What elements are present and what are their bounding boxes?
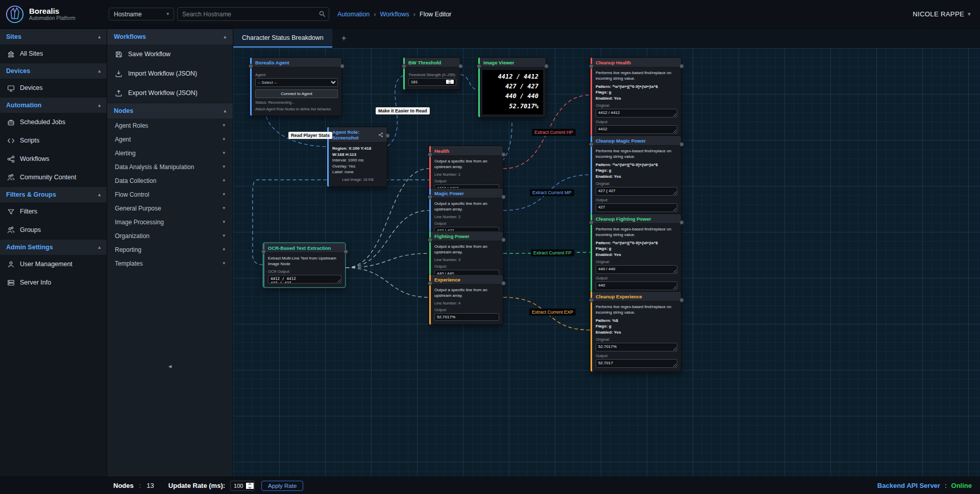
node-description: Performs live regex-based find/replace o… xyxy=(596,304,677,316)
original-field[interactable]: 4412 / 4412 xyxy=(596,109,677,117)
chevron-down-icon: ▾ xyxy=(166,12,169,16)
original-field[interactable]: 427 { 427 xyxy=(596,187,677,196)
original-field[interactable]: 440 / 440 xyxy=(596,265,677,274)
sidebar-item-server-info[interactable]: Server Info xyxy=(0,273,107,292)
hostname-dropdown[interactable]: Hostname ▾ xyxy=(109,8,174,20)
tab-character-status-breakdown[interactable]: Character Status Breakdown xyxy=(233,29,332,48)
ocr-output-field[interactable]: 4412 / 4412 427 { 427 440 / 440 52.7017% xyxy=(268,275,341,284)
collapse-panel-button[interactable]: ◂ xyxy=(107,358,233,373)
category-label: Flow Control xyxy=(115,191,149,198)
node-body: Performs live regex-based find/replace o… xyxy=(592,146,681,216)
sidebar-item-community-content[interactable]: Community Content xyxy=(0,168,107,186)
sidebar-item-filters[interactable]: Filters xyxy=(0,202,107,221)
panel-section-label: Nodes xyxy=(114,107,133,114)
save-workflow-button[interactable]: Save Workflow xyxy=(107,44,233,64)
node-category-agent-roles[interactable]: Agent Roles ▾ xyxy=(107,119,233,132)
sidebar-item-label: All Sites xyxy=(20,50,43,57)
node-description: Output a specific line from an upstream … xyxy=(434,159,499,170)
node-header[interactable]: OCR-Based Text Extraction xyxy=(264,243,345,253)
node-header[interactable]: BW Threshold xyxy=(405,58,460,67)
apply-rate-button[interactable]: Apply Rate xyxy=(261,481,303,491)
node-header[interactable]: Image Viewer xyxy=(480,58,546,67)
breadcrumb-workflows[interactable]: Workflows xyxy=(380,11,409,18)
node-borealis-agent[interactable]: Borealis Agent Agent: -- Select -- Conne… xyxy=(250,57,342,116)
connect-to-agent-button[interactable]: Connect to Agent xyxy=(255,89,338,98)
node-ocr-text-extraction[interactable]: OCR-Based Text Extraction Extract Multi-… xyxy=(263,243,346,288)
output-field[interactable]: 52.7017 xyxy=(596,359,677,368)
node-category-organization[interactable]: Organization ▾ xyxy=(107,229,233,243)
section-label: Sites xyxy=(6,33,21,40)
user-menu[interactable]: NICOLE RAPPE ▾ xyxy=(913,10,971,18)
search-input[interactable] xyxy=(177,7,329,21)
stat-line: 427 / 427 xyxy=(487,82,538,91)
node-experience[interactable]: Experience Output a specific line from a… xyxy=(429,274,503,325)
node-category-data-collection[interactable]: Data Collection ▾ xyxy=(107,174,233,187)
node-cleanup-health[interactable]: Cleanup Health Performs live regex-based… xyxy=(591,57,681,138)
node-category-templates[interactable]: Templates ▾ xyxy=(107,256,233,270)
sidebar-item-all-sites[interactable]: All Sites xyxy=(0,44,107,63)
flags-line: Flags: g xyxy=(596,168,677,174)
sidebar-item-scheduled-jobs[interactable]: Scheduled Jobs xyxy=(0,113,107,131)
node-category-flow-control[interactable]: Flow Control ▾ xyxy=(107,187,233,201)
node-category-alerting[interactable]: Alerting ▾ xyxy=(107,146,233,160)
sidebar-section-sites[interactable]: Sites ▴ xyxy=(0,29,107,44)
import-workflow-button[interactable]: Import Workflow (JSON) xyxy=(107,64,233,83)
sidebar-item-groups[interactable]: Groups xyxy=(0,221,107,239)
main-area: Sites ▴ All Sites Devices ▴ Devices xyxy=(0,29,980,477)
sidebar-item-workflows[interactable]: Workflows xyxy=(0,150,107,168)
sidebar-item-scripts[interactable]: Scripts xyxy=(0,131,107,150)
node-header[interactable]: Cleanup Fighting Power xyxy=(592,214,681,224)
node-category-image-processing[interactable]: Image Processing ▾ xyxy=(107,215,233,229)
sidebar-item-user-management[interactable]: User Management xyxy=(0,255,107,273)
output-field[interactable]: 427 xyxy=(596,203,677,212)
sidebar-section-admin-settings[interactable]: Admin Settings ▴ xyxy=(0,239,107,255)
agent-select[interactable]: -- Select -- xyxy=(255,78,338,87)
node-image-viewer[interactable]: Image Viewer 4412 / 4412 427 / 427 440 /… xyxy=(478,57,546,117)
sidebar-item-label: Devices xyxy=(20,84,42,91)
update-rate-input[interactable] xyxy=(230,481,255,491)
node-header[interactable]: Experience xyxy=(431,275,503,285)
chevron-down-icon: ▾ xyxy=(223,192,225,197)
sidebar-section-devices[interactable]: Devices ▴ xyxy=(0,63,107,79)
node-bw-threshold[interactable]: BW Threshold Threshold Strength (0–255): xyxy=(403,57,460,90)
wire-ocr-to-experience xyxy=(346,268,429,297)
panel-section-workflows[interactable]: Workflows ▴ xyxy=(107,29,233,44)
node-header[interactable]: Agent Role: Screenshot xyxy=(329,127,387,143)
chevron-down-icon: ▾ xyxy=(223,233,225,238)
output-label: Output: xyxy=(434,308,499,312)
node-title: Fighting Power xyxy=(434,233,470,239)
node-header[interactable]: Fighting Power xyxy=(431,231,503,241)
node-category-data-analysis[interactable]: Data Analysis & Manipulation ▾ xyxy=(107,160,233,174)
node-header[interactable]: Borealis Agent xyxy=(252,58,341,67)
breadcrumb-automation[interactable]: Automation xyxy=(337,11,370,18)
chevron-up-icon: ▴ xyxy=(98,103,101,108)
node-header[interactable]: Magic Power xyxy=(431,189,503,198)
node-description: Output a specific line from an upstream … xyxy=(434,201,499,213)
new-tab-button[interactable]: + xyxy=(332,29,356,48)
node-header[interactable]: Health xyxy=(431,146,503,156)
threshold-input[interactable] xyxy=(408,78,456,86)
panel-section-nodes[interactable]: Nodes ▴ xyxy=(107,103,233,119)
overlay-line: Overlay: Yes xyxy=(332,163,383,170)
node-category-reporting[interactable]: Reporting ▾ xyxy=(107,243,233,256)
node-header[interactable]: Cleanup Experience xyxy=(592,292,681,301)
node-category-general-purpose[interactable]: General Purpose ▾ xyxy=(107,201,233,215)
node-fighting-power[interactable]: Fighting Power Output a specific line fr… xyxy=(429,231,503,281)
node-header[interactable]: Cleanup Health xyxy=(592,58,681,67)
node-cleanup-magic-power[interactable]: Cleanup Magic Power Performs live regex-… xyxy=(591,135,681,216)
original-field[interactable]: 52.7017% xyxy=(596,343,677,351)
node-agent-role-screenshot[interactable]: Agent Role: Screenshot Region: X:200 Y:4… xyxy=(327,127,387,187)
output-field[interactable] xyxy=(434,313,499,321)
output-field[interactable]: 4412 xyxy=(596,125,677,134)
export-workflow-button[interactable]: Export Workflow (JSON) xyxy=(107,83,233,103)
output-field[interactable]: 440 xyxy=(596,281,677,290)
node-cleanup-fighting-power[interactable]: Cleanup Fighting Power Performs live reg… xyxy=(591,214,681,294)
sidebar-section-filters-groups[interactable]: Filters & Groups ▴ xyxy=(0,186,107,202)
node-header[interactable]: Cleanup Magic Power xyxy=(592,136,681,146)
export-icon xyxy=(115,89,122,97)
node-cleanup-experience[interactable]: Cleanup Experience Performs live regex-b… xyxy=(591,291,681,372)
node-category-agent[interactable]: Agent ▾ xyxy=(107,132,233,146)
sidebar-item-devices[interactable]: Devices xyxy=(0,79,107,97)
sidebar-section-automation[interactable]: Automation ▴ xyxy=(0,97,107,113)
flow-canvas[interactable]: Borealis Agent Agent: -- Select -- Conne… xyxy=(233,48,980,477)
